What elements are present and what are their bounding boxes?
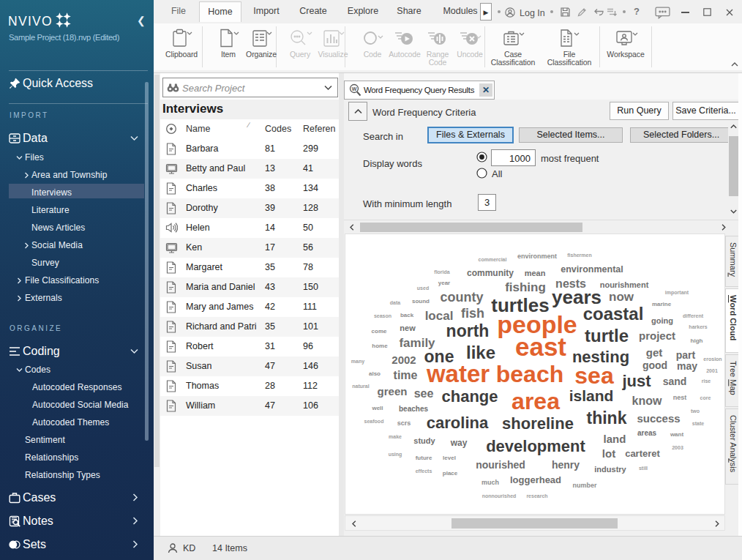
svg-text:W: W xyxy=(352,86,357,92)
